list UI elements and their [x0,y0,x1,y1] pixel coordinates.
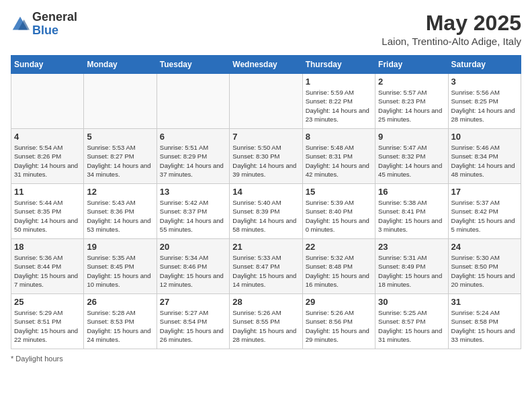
day-number: 16 [378,187,445,197]
day-info: Sunrise: 5:43 AM Sunset: 8:36 PM Dayligh… [87,198,153,234]
day-info: Sunrise: 5:26 AM Sunset: 8:56 PM Dayligh… [306,308,372,344]
day-info: Sunrise: 5:25 AM Sunset: 8:57 PM Dayligh… [378,308,445,344]
day-cell [84,74,157,129]
day-info: Sunrise: 5:35 AM Sunset: 8:45 PM Dayligh… [87,253,153,289]
day-info: Sunrise: 5:39 AM Sunset: 8:40 PM Dayligh… [306,198,372,234]
day-cell: 7Sunrise: 5:50 AM Sunset: 8:30 PM Daylig… [230,129,302,184]
day-cell: 16Sunrise: 5:38 AM Sunset: 8:41 PM Dayli… [375,184,448,239]
day-info: Sunrise: 5:59 AM Sunset: 8:22 PM Dayligh… [306,88,372,124]
header-thursday: Thursday [302,56,375,74]
footer-note: * Daylight hours [11,355,521,363]
logo-icon [11,15,30,34]
day-number: 11 [14,187,81,197]
day-cell: 14Sunrise: 5:40 AM Sunset: 8:39 PM Dayli… [230,184,302,239]
location-subtitle: Laion, Trentino-Alto Adige, Italy [382,36,521,47]
day-number: 21 [232,242,299,252]
day-number: 25 [14,297,81,307]
day-number: 31 [451,297,518,307]
month-title: May 2025 [382,11,521,36]
day-cell: 2Sunrise: 5:57 AM Sunset: 8:23 PM Daylig… [375,74,448,129]
day-number: 24 [451,242,518,252]
day-number: 13 [160,187,226,197]
week-row-5: 25Sunrise: 5:29 AM Sunset: 8:51 PM Dayli… [11,294,521,349]
day-cell [230,74,302,129]
day-cell: 9Sunrise: 5:47 AM Sunset: 8:32 PM Daylig… [375,129,448,184]
day-number: 3 [451,77,518,87]
logo-blue: Blue [32,24,77,38]
day-cell: 31Sunrise: 5:24 AM Sunset: 8:58 PM Dayli… [448,294,521,349]
week-row-1: 1Sunrise: 5:59 AM Sunset: 8:22 PM Daylig… [11,74,521,129]
day-number: 2 [378,77,445,87]
day-info: Sunrise: 5:57 AM Sunset: 8:23 PM Dayligh… [378,88,445,124]
day-info: Sunrise: 5:51 AM Sunset: 8:29 PM Dayligh… [160,143,226,179]
title-block: May 2025 Laion, Trentino-Alto Adige, Ita… [382,11,521,47]
day-cell: 26Sunrise: 5:28 AM Sunset: 8:53 PM Dayli… [84,294,157,349]
day-cell: 24Sunrise: 5:30 AM Sunset: 8:50 PM Dayli… [448,239,521,294]
header-row: SundayMondayTuesdayWednesdayThursdayFrid… [11,56,521,74]
day-number: 4 [14,132,81,142]
day-number: 30 [378,297,445,307]
day-cell: 6Sunrise: 5:51 AM Sunset: 8:29 PM Daylig… [157,129,229,184]
day-number: 22 [306,242,372,252]
day-cell: 19Sunrise: 5:35 AM Sunset: 8:45 PM Dayli… [84,239,157,294]
day-number: 8 [306,132,372,142]
day-info: Sunrise: 5:54 AM Sunset: 8:26 PM Dayligh… [14,143,81,179]
day-number: 20 [160,242,226,252]
day-info: Sunrise: 5:27 AM Sunset: 8:54 PM Dayligh… [160,308,226,344]
day-cell [11,74,84,129]
day-number: 15 [306,187,372,197]
day-info: Sunrise: 5:56 AM Sunset: 8:25 PM Dayligh… [451,88,518,124]
day-number: 7 [232,132,299,142]
day-cell: 27Sunrise: 5:27 AM Sunset: 8:54 PM Dayli… [157,294,229,349]
day-cell: 22Sunrise: 5:32 AM Sunset: 8:48 PM Dayli… [302,239,375,294]
day-number: 19 [87,242,153,252]
week-row-2: 4Sunrise: 5:54 AM Sunset: 8:26 PM Daylig… [11,129,521,184]
header-saturday: Saturday [448,56,521,74]
day-cell: 21Sunrise: 5:33 AM Sunset: 8:47 PM Dayli… [230,239,302,294]
day-number: 29 [306,297,372,307]
day-cell: 25Sunrise: 5:29 AM Sunset: 8:51 PM Dayli… [11,294,84,349]
day-number: 10 [451,132,518,142]
calendar-table: SundayMondayTuesdayWednesdayThursdayFrid… [11,55,521,349]
day-info: Sunrise: 5:30 AM Sunset: 8:50 PM Dayligh… [451,253,518,289]
day-info: Sunrise: 5:47 AM Sunset: 8:32 PM Dayligh… [378,143,445,179]
day-info: Sunrise: 5:33 AM Sunset: 8:47 PM Dayligh… [232,253,299,289]
header-sunday: Sunday [11,56,84,74]
logo-general: General [32,11,77,24]
day-info: Sunrise: 5:24 AM Sunset: 8:58 PM Dayligh… [451,308,518,344]
day-cell: 10Sunrise: 5:46 AM Sunset: 8:34 PM Dayli… [448,129,521,184]
logo-text: General Blue [32,11,77,38]
day-cell: 1Sunrise: 5:59 AM Sunset: 8:22 PM Daylig… [302,74,375,129]
week-row-4: 18Sunrise: 5:36 AM Sunset: 8:44 PM Dayli… [11,239,521,294]
day-info: Sunrise: 5:38 AM Sunset: 8:41 PM Dayligh… [378,198,445,234]
day-number: 9 [378,132,445,142]
day-number: 28 [232,297,299,307]
day-info: Sunrise: 5:36 AM Sunset: 8:44 PM Dayligh… [14,253,81,289]
day-number: 18 [14,242,81,252]
day-cell: 4Sunrise: 5:54 AM Sunset: 8:26 PM Daylig… [11,129,84,184]
footer-text: Daylight hours [15,355,62,363]
day-info: Sunrise: 5:53 AM Sunset: 8:27 PM Dayligh… [87,143,153,179]
day-info: Sunrise: 5:44 AM Sunset: 8:35 PM Dayligh… [14,198,81,234]
day-info: Sunrise: 5:42 AM Sunset: 8:37 PM Dayligh… [160,198,226,234]
day-cell: 28Sunrise: 5:26 AM Sunset: 8:55 PM Dayli… [230,294,302,349]
day-cell: 11Sunrise: 5:44 AM Sunset: 8:35 PM Dayli… [11,184,84,239]
day-info: Sunrise: 5:46 AM Sunset: 8:34 PM Dayligh… [451,143,518,179]
day-cell: 8Sunrise: 5:48 AM Sunset: 8:31 PM Daylig… [302,129,375,184]
day-number: 1 [306,77,372,87]
day-info: Sunrise: 5:29 AM Sunset: 8:51 PM Dayligh… [14,308,81,344]
day-info: Sunrise: 5:50 AM Sunset: 8:30 PM Dayligh… [232,143,299,179]
day-number: 27 [160,297,226,307]
day-number: 14 [232,187,299,197]
day-cell: 12Sunrise: 5:43 AM Sunset: 8:36 PM Dayli… [84,184,157,239]
day-info: Sunrise: 5:40 AM Sunset: 8:39 PM Dayligh… [232,198,299,234]
day-number: 6 [160,132,226,142]
day-info: Sunrise: 5:26 AM Sunset: 8:55 PM Dayligh… [232,308,299,344]
day-cell: 23Sunrise: 5:31 AM Sunset: 8:49 PM Dayli… [375,239,448,294]
day-info: Sunrise: 5:37 AM Sunset: 8:42 PM Dayligh… [451,198,518,234]
day-cell: 17Sunrise: 5:37 AM Sunset: 8:42 PM Dayli… [448,184,521,239]
day-cell: 5Sunrise: 5:53 AM Sunset: 8:27 PM Daylig… [84,129,157,184]
day-number: 5 [87,132,153,142]
day-info: Sunrise: 5:48 AM Sunset: 8:31 PM Dayligh… [306,143,372,179]
day-number: 23 [378,242,445,252]
